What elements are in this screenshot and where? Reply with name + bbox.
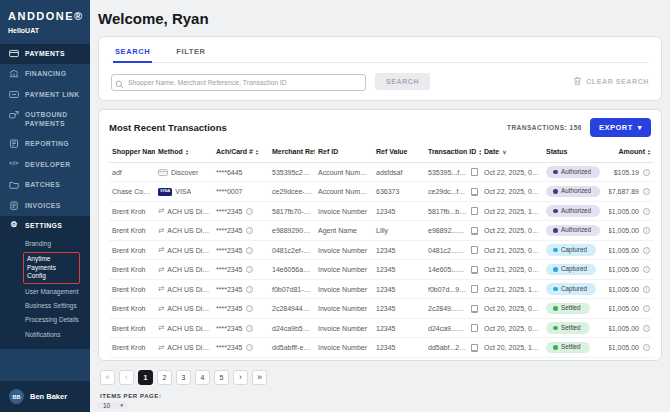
copy-icon[interactable] <box>471 344 478 352</box>
column-header-method[interactable]: Method▴▾ <box>155 144 213 162</box>
cell-date: Oct 20, 2025, 05:06 PM <box>481 299 543 319</box>
table-row[interactable]: Brent Kroh⇄ACH US Direc...****2345dd5abf… <box>109 338 653 358</box>
cell-method: ⇄ACH US Direc... <box>155 221 213 241</box>
copy-icon[interactable] <box>471 285 478 293</box>
info-icon[interactable] <box>643 266 650 273</box>
info-icon[interactable] <box>246 227 253 234</box>
card-number: ****2345 <box>216 227 242 234</box>
info-icon[interactable] <box>643 227 650 234</box>
sidebar-item-settings[interactable]: ⚙ SETTINGS <box>0 216 90 236</box>
info-icon[interactable] <box>643 325 650 332</box>
cell-amount: $1,005.00 <box>609 221 653 241</box>
copy-icon[interactable] <box>471 324 478 332</box>
settings-subitem-anytime-payments-config[interactable]: Anytime Payments Config <box>23 252 80 283</box>
info-icon[interactable] <box>246 286 253 293</box>
copy-icon[interactable] <box>471 207 478 215</box>
search-input[interactable] <box>111 74 366 91</box>
transactions-table: Shopper Name▴▾Method▴▾Ach/Card #▴▾Mercha… <box>109 144 653 358</box>
cell-ref-value: 12345 <box>373 201 425 221</box>
column-header-ref-id: Ref ID <box>315 144 373 162</box>
info-icon[interactable] <box>643 188 650 195</box>
sort-desc-icon: ∨ <box>502 149 506 155</box>
first-page-button[interactable]: « <box>100 370 115 385</box>
column-header-transaction-id[interactable]: Transaction ID▴▾ <box>425 144 481 162</box>
status-badge: Captured <box>546 264 596 275</box>
status-dot-icon <box>553 267 558 272</box>
page-button-2[interactable]: 2 <box>157 370 172 385</box>
column-label: Date <box>484 148 499 155</box>
copy-icon[interactable] <box>471 266 478 274</box>
info-icon[interactable] <box>643 247 650 254</box>
tab-filter[interactable]: FILTER <box>174 42 207 63</box>
card-number: ****2345 <box>216 344 242 351</box>
info-icon[interactable] <box>643 344 650 351</box>
info-icon[interactable] <box>246 344 253 351</box>
info-icon[interactable] <box>246 266 253 273</box>
table-row[interactable]: Brent Kroh⇄ACH US Direc...****23450481c2… <box>109 240 653 260</box>
table-row[interactable]: Chase CourtneyVISAVISA****0007ce29dcee-1… <box>109 182 653 202</box>
cell-amount: $105.19 <box>609 162 653 182</box>
column-header-date[interactable]: Date∨ <box>481 144 543 162</box>
copy-icon[interactable] <box>471 227 478 235</box>
items-per-page-select[interactable]: 10 ▾ <box>98 402 128 409</box>
settings-subitem-notifications[interactable]: Notifications <box>0 328 90 342</box>
amount-value: $1,005.00 <box>609 227 639 234</box>
info-icon[interactable] <box>246 247 253 254</box>
copy-icon[interactable] <box>471 305 478 313</box>
user-profile[interactable]: BB Ben Baker <box>0 381 90 412</box>
status-badge: Authorized <box>546 186 600 197</box>
cell-ach-card-number: ****2345 <box>213 338 269 358</box>
next-page-button[interactable]: › <box>233 370 248 385</box>
settings-subitem-user-management[interactable]: User Management <box>0 285 90 299</box>
info-icon[interactable] <box>643 169 650 176</box>
copy-icon[interactable] <box>471 188 478 196</box>
sidebar-item-financing[interactable]: FINANCING <box>0 64 90 84</box>
info-icon[interactable] <box>246 208 253 215</box>
settings-subitem-processing-details[interactable]: Processing Details <box>0 313 90 327</box>
previous-page-button[interactable]: ‹ <box>119 370 134 385</box>
folder-icon <box>9 180 19 189</box>
status-badge: Settled <box>546 303 590 314</box>
table-row[interactable]: Brent Kroh⇄ACH US Direc...****23455817fb… <box>109 201 653 221</box>
export-button[interactable]: EXPORT ▾ <box>590 118 651 137</box>
chevron-down-icon: ▾ <box>638 123 642 132</box>
column-header-shopper-name[interactable]: Shopper Name▴▾ <box>109 144 155 162</box>
copy-icon[interactable] <box>471 246 478 254</box>
sidebar-item-payment-link[interactable]: PAYMENT LINK <box>0 85 90 105</box>
cell-ach-card-number: ****2345 <box>213 318 269 338</box>
info-icon[interactable] <box>246 325 253 332</box>
status-label: Authorized <box>561 188 591 194</box>
settings-subitem-branding[interactable]: Branding <box>0 237 90 251</box>
search-button[interactable]: SEARCH <box>375 73 430 90</box>
amount-value: $1,005.00 <box>609 305 639 312</box>
page-button-1[interactable]: 1 <box>138 370 153 385</box>
copy-icon[interactable] <box>471 168 478 176</box>
settings-subitem-business-settings[interactable]: Business Settings <box>0 299 90 313</box>
page-button-4[interactable]: 4 <box>195 370 210 385</box>
sidebar-item-payments[interactable]: PAYMENTS <box>0 44 90 64</box>
clear-search-button[interactable]: CLEAR SEARCH <box>573 76 649 87</box>
column-header-ach-card[interactable]: Ach/Card #▴▾ <box>213 144 269 162</box>
cell-shopper-name: Brent Kroh <box>109 240 155 260</box>
column-header-amount[interactable]: Amount▴▾ <box>609 144 653 162</box>
info-icon[interactable] <box>643 208 650 215</box>
sidebar-item-outbound-payments[interactable]: OUTBOUND PAYMENTS <box>0 105 90 134</box>
table-row[interactable]: Brent Kroh⇄ACH US Direc...****234514e605… <box>109 260 653 280</box>
table-row[interactable]: Brent Kroh⇄ACH US Direc...****23452c2849… <box>109 299 653 319</box>
tab-search[interactable]: SEARCH <box>113 42 152 63</box>
page-button-3[interactable]: 3 <box>176 370 191 385</box>
sidebar-item-invoices[interactable]: INVOICES <box>0 196 90 216</box>
info-icon[interactable] <box>643 305 650 312</box>
table-row[interactable]: adfDiscover****6445535395c2-2c56-44a...A… <box>109 162 653 182</box>
sidebar-item-batches[interactable]: BATCHES <box>0 175 90 195</box>
sidebar-item-reporting[interactable]: REPORTING <box>0 134 90 154</box>
column-header-merchant-ref[interactable]: Merchant Ref▴▾ <box>269 144 315 162</box>
info-icon[interactable] <box>246 305 253 312</box>
last-page-button[interactable]: » <box>252 370 267 385</box>
table-row[interactable]: Brent Kroh⇄ACH US Direc...****2345d24ca9… <box>109 318 653 338</box>
info-icon[interactable] <box>643 286 650 293</box>
page-button-5[interactable]: 5 <box>214 370 229 385</box>
table-row[interactable]: Brent Kroh⇄ACH US Direc...****2345f0b07d… <box>109 279 653 299</box>
table-row[interactable]: Brent Kroh⇄ACH US Direc...****2345e98892… <box>109 221 653 241</box>
sidebar-item-developer[interactable]: </> DEVELOPER <box>0 155 90 175</box>
